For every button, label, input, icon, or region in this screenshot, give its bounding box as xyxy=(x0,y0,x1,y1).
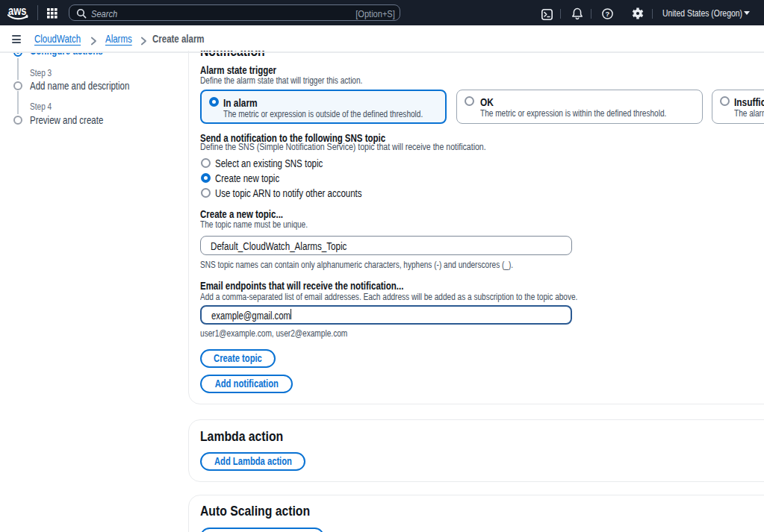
svg-text:aws: aws xyxy=(8,5,27,17)
svg-text:?: ? xyxy=(606,10,610,18)
